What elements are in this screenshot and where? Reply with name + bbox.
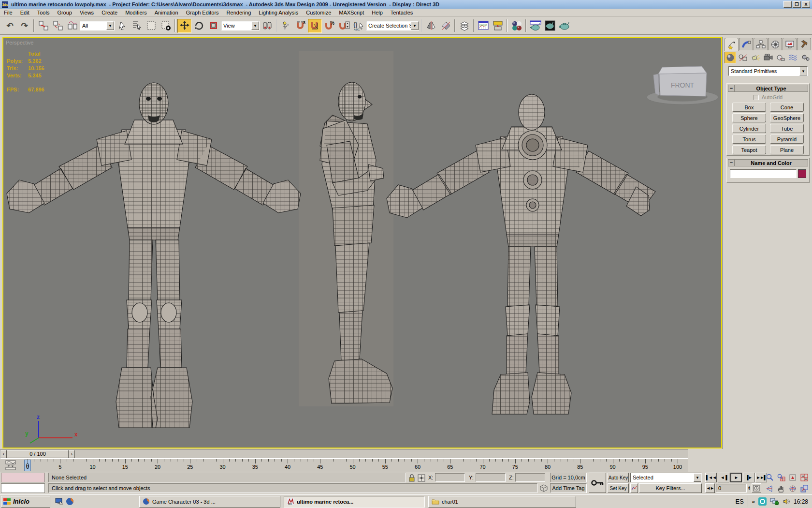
minimize-button[interactable]: _ [783, 1, 792, 8]
menu-item-animation[interactable]: Animation [151, 9, 182, 16]
align-button[interactable] [438, 19, 452, 33]
menu-item-modifiers[interactable]: Modifiers [121, 9, 151, 16]
show-desktop-icon[interactable] [55, 497, 64, 505]
zoom-all-icon[interactable] [775, 472, 787, 483]
redo-button[interactable]: ↷ [17, 19, 31, 33]
current-frame-field[interactable]: 0 [716, 484, 747, 493]
layer-manager-icon[interactable] [457, 19, 471, 33]
rendered-frame-window-button[interactable] [543, 19, 557, 33]
tab-utilities[interactable] [797, 38, 811, 50]
window-crossing-toggle-icon[interactable] [159, 19, 173, 33]
restore-button[interactable]: ❐ [793, 1, 801, 8]
track-bar-ruler[interactable]: 0 05101520253035404550556065707580859095… [0, 459, 688, 472]
tray-app-icon[interactable] [758, 497, 767, 506]
default-in-out-tangent-icon[interactable] [630, 483, 638, 493]
viewcube[interactable]: FRONT [647, 66, 718, 105]
menu-item-file[interactable]: File [0, 9, 16, 16]
schematic-view-button[interactable] [491, 19, 505, 33]
menu-item-group[interactable]: Group [53, 9, 76, 16]
z-coordinate-field[interactable] [515, 473, 545, 482]
zoom-icon[interactable] [764, 472, 775, 483]
tab-create[interactable] [725, 38, 739, 51]
menu-item-create[interactable]: Create [98, 9, 121, 16]
next-frame-arrow[interactable]: › [69, 450, 75, 458]
lights-category-button[interactable] [750, 52, 761, 63]
name-color-rollout-header[interactable]: − Name and Color [728, 159, 808, 166]
menu-item-help[interactable]: Help [368, 9, 387, 16]
mirror-button[interactable] [424, 19, 438, 33]
primitive-button-sphere[interactable]: Sphere [732, 113, 766, 122]
named-selection-sets-icon[interactable]: {}ABC [351, 19, 365, 33]
undo-button[interactable]: ↶ [3, 19, 17, 33]
time-configuration-button[interactable] [752, 483, 761, 493]
character-front-view[interactable] [5, 80, 304, 431]
firefox-quicklaunch-icon[interactable] [66, 497, 74, 506]
curve-editor-button[interactable] [476, 19, 490, 33]
helpers-category-button[interactable] [775, 52, 786, 63]
tab-display[interactable] [783, 38, 797, 50]
menu-item-lighting-analysis[interactable]: Lighting Analysis [255, 9, 302, 16]
taskbar-task-game-character[interactable]: Game Character 03 - 3d ... [139, 496, 280, 508]
reference-coordinate-dropdown[interactable]: View▼ [221, 21, 260, 30]
previous-frame-arrow[interactable]: ‹ [0, 450, 7, 458]
menu-item-views[interactable]: Views [76, 9, 98, 16]
character-back-view[interactable] [384, 92, 657, 416]
material-editor-button[interactable] [509, 19, 523, 33]
select-and-link-icon[interactable] [36, 19, 50, 33]
named-selection-set-combo[interactable]: Create Selection Set▼ [366, 21, 419, 30]
add-time-tag-field[interactable]: Add Time Tag [550, 483, 587, 493]
tab-hierarchy[interactable] [754, 38, 768, 50]
primitive-button-torus[interactable]: Torus [732, 134, 766, 144]
use-pivot-center-button[interactable] [260, 19, 274, 33]
primitive-button-cylinder[interactable]: Cylinder [732, 124, 766, 133]
collapse-icon[interactable]: − [728, 85, 735, 91]
time-slider-thumb[interactable]: 0 / 100 [7, 450, 69, 458]
transform-type-in-icon[interactable] [417, 474, 426, 482]
adaptive-degradation-cube-icon[interactable] [539, 484, 548, 493]
quick-render-button[interactable] [557, 19, 571, 33]
primitive-button-box[interactable]: Box [732, 103, 766, 112]
go-to-start-button[interactable]: ▌◄◄ [705, 473, 717, 482]
menu-item-tools[interactable]: Tools [33, 9, 54, 16]
taskbar-task-3dsmax[interactable]: 3DS ultimo marine retoca... [284, 496, 425, 508]
render-setup-button[interactable] [528, 19, 542, 33]
shapes-category-button[interactable] [737, 52, 749, 63]
select-by-name-icon[interactable] [130, 19, 144, 33]
field-of-view-icon[interactable] [764, 483, 775, 494]
primitive-button-tube[interactable]: Tube [770, 124, 804, 133]
play-button[interactable]: ► [730, 473, 742, 482]
space-warps-category-button[interactable] [787, 52, 799, 63]
zoom-extents-all-icon[interactable] [798, 472, 810, 483]
bind-to-space-warp-icon[interactable] [65, 19, 79, 33]
start-button[interactable]: Inicio [1, 496, 50, 508]
cameras-category-button[interactable] [762, 52, 774, 63]
select-and-rotate-button[interactable] [192, 19, 206, 33]
zoom-extents-icon[interactable] [787, 472, 798, 483]
menu-item-tentacles[interactable]: Tentacles [387, 9, 417, 16]
key-mode-toggle-button[interactable]: ◄► [705, 483, 715, 493]
primitive-button-teapot[interactable]: Teapot [732, 145, 766, 154]
language-indicator[interactable]: ES [736, 498, 744, 505]
mini-curve-editor-icon[interactable] [5, 460, 17, 471]
scene-wireframe-characters[interactable]: FRONT z x y [3, 38, 721, 448]
geometry-category-button[interactable] [725, 52, 736, 63]
snap-toggle-3d-icon[interactable]: 3 [293, 19, 307, 33]
tab-motion[interactable] [768, 38, 782, 50]
menu-item-edit[interactable]: Edit [16, 9, 33, 16]
key-scope-dropdown[interactable]: Selected▼ [630, 473, 702, 482]
systems-category-button[interactable] [800, 52, 812, 63]
rectangular-selection-region-icon[interactable] [144, 19, 158, 33]
key-filters-button[interactable]: Key Filters... [639, 483, 702, 493]
primitive-button-pyramid[interactable]: Pyramid [770, 134, 804, 144]
pan-hand-icon[interactable] [775, 483, 787, 494]
spinner-snap-icon[interactable] [337, 19, 351, 33]
network-icon[interactable] [770, 498, 779, 505]
primitive-button-cone[interactable]: Cone [770, 103, 804, 112]
close-button[interactable]: X [802, 1, 810, 8]
object-color-swatch[interactable] [798, 169, 806, 178]
arc-rotate-icon[interactable] [787, 483, 798, 494]
tray-expand-chevron[interactable]: « [752, 499, 755, 505]
menu-item-maxscript[interactable]: MAXScript [335, 9, 368, 16]
menu-item-customize[interactable]: Customize [302, 9, 335, 16]
object-name-input[interactable] [730, 169, 797, 178]
